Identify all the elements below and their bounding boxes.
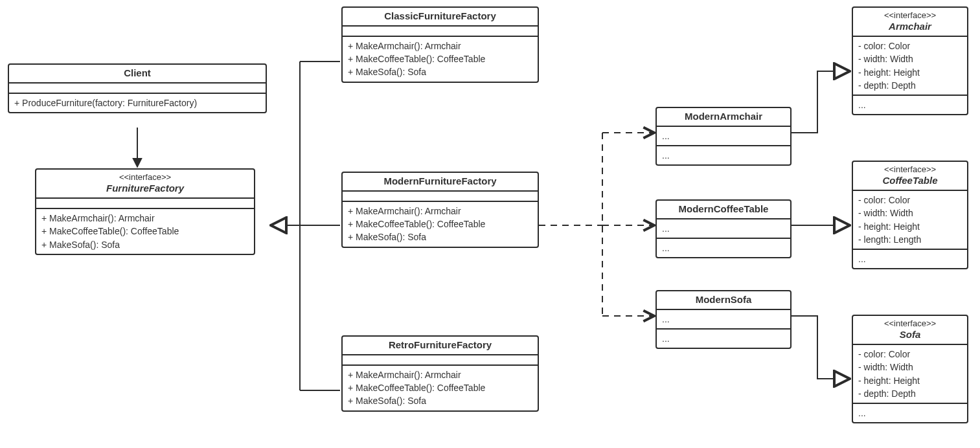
stereotype: <<interface>>	[40, 172, 250, 183]
op: + MakeSofa(): Sofa	[348, 230, 532, 243]
class-retrofactory: RetroFurnitureFactory + MakeArmchair(): …	[341, 335, 539, 412]
ops: ...	[853, 404, 967, 422]
attr: - color: Color	[858, 348, 962, 361]
op: + MakeCoffeeTable(): CoffeeTable	[348, 52, 532, 65]
attrs: ...	[657, 219, 790, 239]
attr: - width: Width	[858, 52, 962, 65]
attr: - height: Height	[858, 374, 962, 387]
attr: - height: Height	[858, 220, 962, 233]
attr: - length: Length	[858, 233, 962, 246]
attrs: ...	[657, 127, 790, 146]
attr: - color: Color	[858, 194, 962, 207]
ops: ...	[657, 330, 790, 348]
uml-canvas: products (dashed with open arrow) --> Cl…	[0, 0, 980, 448]
class-coffeetable: <<interface>> CoffeeTable - color: Color…	[852, 161, 968, 269]
attr: - color: Color	[858, 39, 962, 52]
attr: - width: Width	[858, 361, 962, 374]
class-sofa-title: <<interface>> Sofa	[853, 316, 967, 345]
ops: ...	[657, 146, 790, 164]
edge-modernarmchair-armchair	[792, 71, 850, 133]
op: + MakeArmchair(): Armchair	[348, 368, 532, 381]
class-name: Armchair	[889, 21, 931, 32]
class-moderncoffeetable: ModernCoffeeTable ... ...	[655, 199, 792, 258]
class-retrofactory-attrs	[343, 355, 538, 366]
class-armchair: <<interface>> Armchair - color: Color - …	[852, 6, 968, 115]
attr: - depth: Depth	[858, 387, 962, 400]
class-sofa: <<interface>> Sofa - color: Color - widt…	[852, 315, 968, 423]
attrs: - color: Color - width: Width - height: …	[853, 37, 967, 96]
class-client-title: Client	[9, 65, 266, 84]
class-client-attrs	[9, 84, 266, 94]
class-modernsofa: ModernSofa ... ...	[655, 290, 792, 349]
op: + MakeArmchair(): Armchair	[348, 205, 532, 218]
class-modernfactory-ops: + MakeArmchair(): Armchair + MakeCoffeeT…	[343, 202, 538, 247]
attrs: - color: Color - width: Width - height: …	[853, 345, 967, 404]
class-furniturefactory-attrs	[36, 199, 254, 209]
attrs: - color: Color - width: Width - height: …	[853, 191, 967, 250]
class-modernfactory-title: ModernFurnitureFactory	[343, 173, 538, 192]
op: + MakeCoffeeTable(): CoffeeTable	[348, 218, 532, 230]
class-modernsofa-title: ModernSofa	[657, 291, 790, 310]
attr: - depth: Depth	[858, 79, 962, 92]
class-client: Client + ProduceFurniture(factory: Furni…	[8, 63, 267, 113]
class-retrofactory-ops: + MakeArmchair(): Armchair + MakeCoffeeT…	[343, 366, 538, 410]
class-client-ops: + ProduceFurniture(factory: FurnitureFac…	[9, 94, 266, 112]
class-classicfactory-ops: + MakeArmchair(): Armchair + MakeCoffeeT…	[343, 37, 538, 82]
class-modernfactory: ModernFurnitureFactory + MakeArmchair():…	[341, 172, 539, 248]
edge-modernsofa-sofa	[792, 316, 850, 379]
class-furniturefactory: <<interface>> FurnitureFactory + MakeArm…	[35, 168, 255, 255]
attr: - width: Width	[858, 207, 962, 219]
class-coffeetable-title: <<interface>> CoffeeTable	[853, 162, 967, 191]
class-furniturefactory-title: <<interface>> FurnitureFactory	[36, 170, 254, 199]
class-name: CoffeeTable	[882, 175, 937, 186]
class-name: FurnitureFactory	[106, 183, 184, 194]
ops: ...	[853, 96, 967, 114]
class-moderncoffeetable-title: ModernCoffeeTable	[657, 201, 790, 219]
op: + MakeSofa(): Sofa	[348, 394, 532, 407]
op: + MakeSofa(): Sofa	[348, 65, 532, 78]
class-modernfactory-attrs	[343, 192, 538, 202]
class-classicfactory: ClassicFurnitureFactory + MakeArmchair()…	[341, 6, 539, 83]
class-modernarmchair-title: ModernArmchair	[657, 108, 790, 127]
op: + MakeSofa(): Sofa	[41, 238, 249, 251]
class-furniturefactory-ops: + MakeArmchair(): Armchair + MakeCoffeeT…	[36, 209, 254, 254]
attr: - height: Height	[858, 66, 962, 79]
op: + MakeArmchair(): Armchair	[41, 212, 249, 225]
class-armchair-title: <<interface>> Armchair	[853, 8, 967, 37]
class-modernarmchair: ModernArmchair ... ...	[655, 107, 792, 166]
attrs: ...	[657, 310, 790, 330]
stereotype: <<interface>>	[857, 319, 963, 329]
op: + MakeArmchair(): Armchair	[348, 39, 532, 52]
op: + ProduceFurniture(factory: FurnitureFac…	[14, 96, 260, 109]
class-retrofactory-title: RetroFurnitureFactory	[343, 337, 538, 355]
class-classicfactory-title: ClassicFurnitureFactory	[343, 8, 538, 27]
op: + MakeCoffeeTable(): CoffeeTable	[41, 225, 249, 238]
stereotype: <<interface>>	[857, 10, 963, 21]
stereotype: <<interface>>	[857, 164, 963, 175]
class-classicfactory-attrs	[343, 27, 538, 37]
class-name: Sofa	[900, 329, 921, 340]
ops: ...	[853, 250, 967, 268]
op: + MakeCoffeeTable(): CoffeeTable	[348, 381, 532, 394]
ops: ...	[657, 239, 790, 257]
